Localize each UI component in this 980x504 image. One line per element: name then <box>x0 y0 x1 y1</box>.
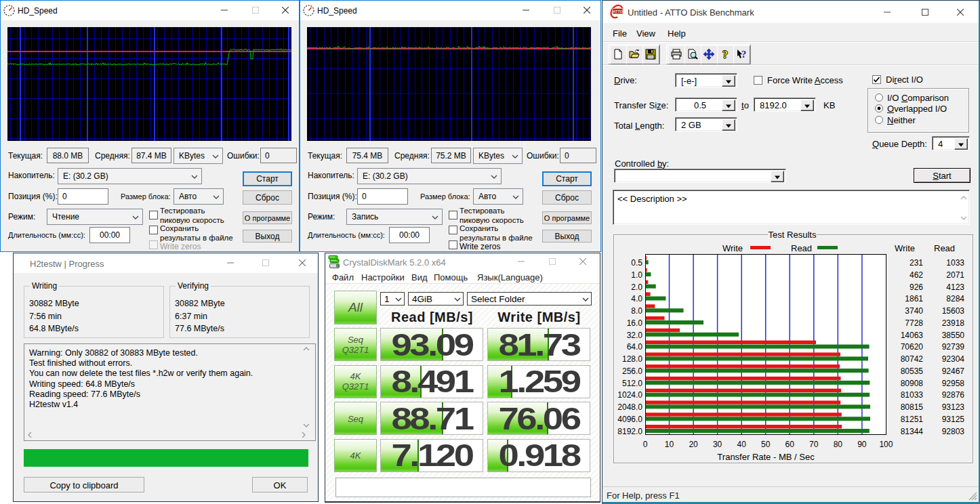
svg-text:ATTO: ATTO <box>613 9 623 14</box>
svg-text:?: ? <box>722 49 728 60</box>
